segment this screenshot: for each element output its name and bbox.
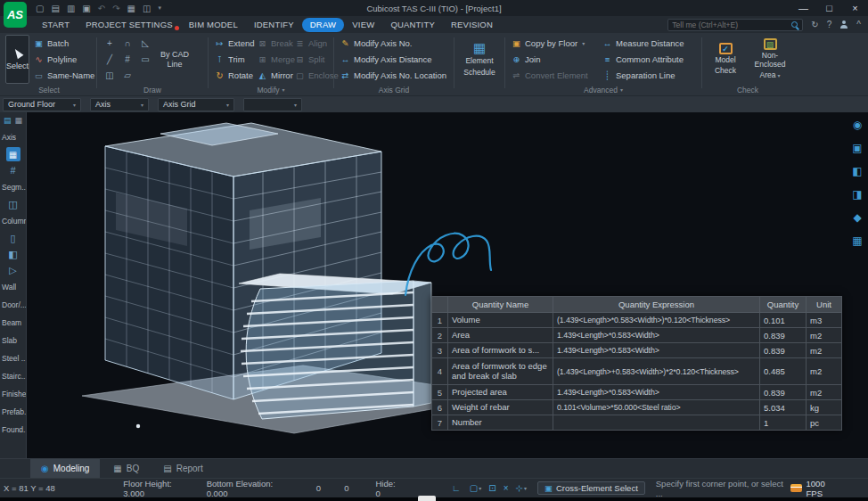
- tab-project-settings[interactable]: PROJECT SETTINGS: [78, 18, 181, 32]
- sidebar-item-door[interactable]: Door/...: [0, 296, 26, 314]
- orbit-view-icon[interactable]: ◉: [848, 118, 866, 132]
- sidebar-item-foundation[interactable]: Found...: [0, 421, 26, 439]
- quantity-table[interactable]: Quantity Name Quantity Expression Quanti…: [431, 296, 842, 431]
- tab-bq[interactable]: ▦ BQ: [102, 459, 150, 478]
- tab-draw[interactable]: DRAW: [302, 18, 344, 32]
- sidebar-item-finishes[interactable]: Finishes: [0, 385, 26, 403]
- offset-input-icon[interactable]: ⊹: [516, 483, 527, 493]
- point-tool-icon[interactable]: +: [102, 36, 118, 50]
- undo-icon[interactable]: ↶: [98, 4, 105, 13]
- shade-right-icon[interactable]: ◨: [848, 187, 866, 201]
- sidebar-item-slab[interactable]: Slab: [0, 332, 26, 349]
- axis-number-icon[interactable]: #: [0, 162, 26, 178]
- modify-group-label[interactable]: Modify: [212, 84, 330, 95]
- search-input[interactable]: [668, 21, 791, 29]
- sync-icon[interactable]: ↻: [811, 20, 818, 29]
- grid-display-icon[interactable]: ▦: [848, 234, 866, 248]
- enclose-button[interactable]: ▢Enclose: [292, 68, 332, 83]
- line-tool-icon[interactable]: ╱: [102, 52, 118, 66]
- align-button[interactable]: ≣Align: [292, 36, 332, 51]
- view-toggle-icon[interactable]: ◫: [143, 4, 151, 13]
- category-dropdown[interactable]: Axis: [90, 98, 149, 111]
- quick-access-caret-icon[interactable]: ▾: [159, 4, 162, 12]
- modify-axis-distance-button[interactable]: ↔Modify Axis Distance: [338, 52, 449, 67]
- tab-quantity[interactable]: QUANTITY: [382, 18, 443, 32]
- split-button[interactable]: ⊟Split: [292, 52, 332, 67]
- sidebar-item-prefab[interactable]: Prefab...: [0, 403, 26, 421]
- redo-icon[interactable]: ↷: [112, 4, 119, 13]
- convert-element-button[interactable]: ⇌Convert Element: [509, 68, 600, 83]
- rotate-button[interactable]: ↻Rotate: [212, 68, 255, 83]
- trim-button[interactable]: ⊺Trim: [212, 52, 255, 67]
- tab-view[interactable]: VIEW: [344, 18, 382, 32]
- fit-view-icon[interactable]: ▣: [848, 141, 866, 155]
- column-icon[interactable]: ▯: [0, 230, 26, 246]
- segment-icon[interactable]: ◫: [0, 196, 26, 212]
- grid-view-icon[interactable]: ▦: [15, 116, 23, 125]
- ortho-mode-icon[interactable]: ∟: [452, 483, 461, 493]
- maximize-button[interactable]: □: [816, 0, 842, 16]
- tab-identify[interactable]: IDENTIFY: [246, 18, 302, 32]
- minimize-button[interactable]: —: [790, 0, 816, 16]
- sidebar-item-axis[interactable]: Axis: [0, 128, 26, 146]
- polygon-tool-icon[interactable]: ▱: [119, 68, 135, 82]
- cross-element-select-button[interactable]: ▣ Cross-Element Select: [537, 481, 645, 495]
- section-tool-icon[interactable]: ◆: [848, 210, 866, 225]
- structural-column-icon[interactable]: ◧: [0, 246, 26, 262]
- sidebar-item-beam[interactable]: Beam: [0, 314, 26, 332]
- user-account-icon[interactable]: [839, 21, 848, 29]
- shade-left-icon[interactable]: ◧: [848, 164, 866, 178]
- rect-tool-icon[interactable]: ▭: [137, 52, 153, 66]
- modify-axis-no-location-button[interactable]: ⇄Modify Axis No. Location: [338, 68, 449, 83]
- save-as-icon[interactable]: ▣: [82, 4, 90, 13]
- tab-report[interactable]: ▤ Report: [152, 459, 213, 478]
- pilaster-icon[interactable]: ▷: [0, 262, 26, 278]
- by-cad-line-button[interactable]: By CAD Line: [156, 35, 193, 84]
- tell-me-search[interactable]: [667, 19, 803, 31]
- polyline-select-button[interactable]: ∿ Polyline: [31, 52, 97, 67]
- tab-bim-model[interactable]: BIM MODEL: [181, 18, 246, 32]
- sidebar-item-column[interactable]: Column: [0, 212, 26, 230]
- help-icon[interactable]: ?: [827, 20, 832, 29]
- element-list-icon[interactable]: ▦: [127, 4, 135, 13]
- extend-button[interactable]: ↦Extend: [212, 36, 255, 51]
- select-button[interactable]: Select: [5, 35, 29, 84]
- common-attribute-button[interactable]: ≡Common Attribute: [600, 52, 700, 67]
- close-button[interactable]: ×: [842, 0, 868, 16]
- layer-dropdown[interactable]: [243, 98, 302, 111]
- snap-settings-icon[interactable]: ⊡: [488, 483, 495, 493]
- axis-tool-icon[interactable]: #: [119, 52, 135, 66]
- open-project-icon[interactable]: ▤: [51, 4, 59, 13]
- tab-start[interactable]: START: [34, 18, 78, 32]
- app-logo[interactable]: AS: [4, 2, 27, 28]
- modify-axis-no-button[interactable]: ✎Modify Axis No.: [338, 36, 449, 51]
- tab-modeling[interactable]: ◉ Modeling: [30, 459, 100, 478]
- separation-line-button[interactable]: ┊Separation Line: [600, 68, 700, 83]
- break-button[interactable]: ⊠Break: [255, 36, 292, 51]
- sidebar-item-staircase[interactable]: Stairc...: [0, 367, 26, 385]
- arc-tool-icon[interactable]: ∩: [119, 36, 135, 50]
- list-view-icon[interactable]: ▤: [4, 116, 12, 125]
- floor-dropdown[interactable]: Ground Floor: [3, 98, 81, 111]
- collapse-ribbon-icon[interactable]: ^: [856, 20, 861, 29]
- save-project-icon[interactable]: ▥: [67, 4, 75, 13]
- new-project-icon[interactable]: ▢: [36, 4, 44, 13]
- cross-snap-icon[interactable]: ×: [504, 483, 509, 493]
- axis-grid-icon[interactable]: ▦: [0, 146, 26, 162]
- sidebar-item-steel[interactable]: Steel ...: [0, 349, 26, 367]
- element-dropdown[interactable]: Axis Grid: [158, 98, 234, 111]
- sidebar-item-segment[interactable]: Segm...: [0, 178, 26, 196]
- join-button[interactable]: ⊕Join: [509, 52, 600, 67]
- mirror-button[interactable]: ◭Mirror: [255, 68, 292, 83]
- region-tool-icon[interactable]: ◫: [102, 68, 118, 82]
- tab-revision[interactable]: REVISION: [443, 18, 501, 32]
- same-name-select-button[interactable]: ▭ Same-Name: [31, 68, 97, 83]
- measure-distance-button[interactable]: ↔Measure Distance: [600, 36, 700, 51]
- model-viewport[interactable]: Quantity Name Quantity Expression Quanti…: [27, 112, 868, 458]
- model-check-button[interactable]: ✓ Model Check: [706, 35, 745, 84]
- merge-button[interactable]: ⊞Merge: [255, 52, 292, 67]
- sidebar-item-wall[interactable]: Wall: [0, 278, 26, 296]
- advanced-group-label[interactable]: Advanced: [509, 84, 698, 95]
- triangle-tool-icon[interactable]: ◺: [137, 36, 153, 50]
- batch-select-button[interactable]: ▣ Batch: [31, 36, 97, 51]
